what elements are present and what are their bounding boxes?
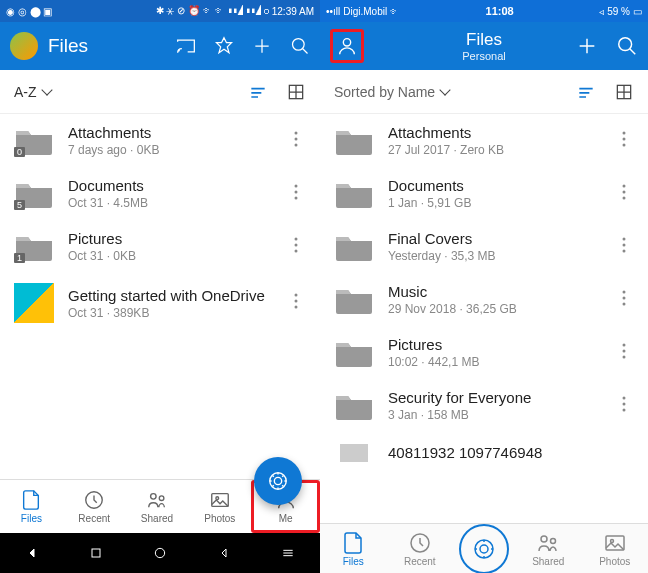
nav-back-icon[interactable] [24,545,40,561]
header-subtitle: Personal [462,50,505,62]
svg-point-18 [159,496,164,501]
nav-home-icon[interactable] [152,545,168,561]
list-item[interactable]: 40811932 1097746948 [320,432,648,462]
svg-point-50 [551,538,556,543]
svg-point-35 [623,249,626,252]
account-button[interactable] [330,29,364,63]
header-title: Files [462,30,505,50]
header-title: Files [48,35,176,57]
sort-dropdown[interactable]: A-Z [14,84,238,100]
tab-files[interactable]: Files [320,531,387,567]
svg-point-7 [295,196,298,199]
svg-point-31 [623,190,626,193]
svg-point-30 [623,184,626,187]
folder-icon [334,390,374,422]
svg-point-36 [623,290,626,293]
svg-point-17 [151,494,157,500]
sort-bar: A-Z [0,70,320,114]
folder-icon [334,178,374,210]
tab-photos[interactable]: Photos [582,531,649,567]
camera-button[interactable] [459,524,509,574]
more-icon[interactable] [614,237,634,257]
grid-view-icon[interactable] [614,82,634,102]
more-icon[interactable] [286,131,306,151]
camera-fab[interactable] [254,457,302,505]
svg-point-32 [623,196,626,199]
more-icon[interactable] [614,184,634,204]
time: 11:08 [486,5,514,17]
list-item[interactable]: Documents1 Jan · 5,91 GB [320,167,648,220]
more-icon[interactable] [286,293,306,313]
tab-recent[interactable]: Recent [63,480,126,533]
sort-dropdown[interactable]: Sorted by Name [334,84,566,100]
svg-point-44 [623,408,626,411]
plus-icon[interactable] [576,35,598,57]
tab-shared[interactable]: Shared [515,531,582,567]
more-icon[interactable] [286,237,306,257]
svg-point-39 [623,343,626,346]
nav-back2-icon[interactable] [216,545,232,561]
svg-rect-45 [340,444,368,462]
svg-point-11 [295,294,298,297]
avatar[interactable] [10,32,38,60]
list-item[interactable]: Final CoversYesterday · 35,3 MB [320,220,648,273]
app-header: Files Personal [320,22,648,70]
tab-recent[interactable]: Recent [387,531,454,567]
nav-recents-icon[interactable] [88,545,104,561]
list-item[interactable]: 0 Attachments7 days ago · 0KB [0,114,320,167]
list-item[interactable]: Getting started with OneDriveOct 31 · 38… [0,273,320,333]
tab-files[interactable]: Files [0,480,63,533]
grid-view-icon[interactable] [286,82,306,102]
more-icon[interactable] [614,131,634,151]
nav-menu-icon[interactable] [280,545,296,561]
cast-icon[interactable] [176,36,196,56]
more-icon[interactable] [614,396,634,416]
more-icon[interactable] [614,290,634,310]
search-icon[interactable] [616,35,638,57]
list-item[interactable]: 1 PicturesOct 31 · 0KB [0,220,320,273]
sort-lines-icon[interactable] [248,82,268,102]
sort-bar: Sorted by Name [320,70,648,114]
svg-point-33 [623,237,626,240]
item-name: Attachments [68,124,272,141]
bottom-tabs: Files Recent Shared Photos [320,523,648,573]
svg-point-9 [295,243,298,246]
list-item[interactable]: Music29 Nov 2018 · 36,25 GB [320,273,648,326]
item-meta: 7 days ago · 0KB [68,143,272,157]
svg-point-5 [295,184,298,187]
more-icon[interactable] [286,184,306,204]
svg-point-40 [623,349,626,352]
svg-point-42 [623,396,626,399]
svg-rect-22 [92,549,100,557]
svg-point-48 [475,540,493,558]
ios-phone: ••ıllDigi.Mobilᯤ 11:08 ◃59 %▭ Files Pers… [320,0,648,573]
folder-icon: 1 [14,231,54,263]
svg-point-34 [623,243,626,246]
svg-point-4 [295,143,298,146]
list-item[interactable]: 5 DocumentsOct 31 · 4.5MB [0,167,320,220]
tab-photos[interactable]: Photos [188,480,251,533]
more-icon[interactable] [614,343,634,363]
svg-point-49 [541,536,547,542]
svg-point-38 [623,302,626,305]
list-item[interactable]: Security for Everyone3 Jan · 158 MB [320,379,648,432]
svg-point-14 [274,477,281,484]
svg-point-29 [623,143,626,146]
premium-icon[interactable] [214,36,234,56]
status-left: ◉ ◎ ⬤ ▣ [6,6,52,17]
sort-lines-icon[interactable] [576,82,596,102]
time: 12:39 AM [272,6,314,17]
folder-icon [334,284,374,316]
chevron-down-icon [440,84,451,95]
svg-point-47 [480,545,488,553]
tab-shared[interactable]: Shared [126,480,189,533]
list-item[interactable]: Attachments27 Jul 2017 · Zero KB [320,114,648,167]
svg-point-6 [295,190,298,193]
list-item[interactable]: Pictures10:02 · 442,1 MB [320,326,648,379]
plus-icon[interactable] [252,36,272,56]
status-right: ✱ ⚹ ⊘ ⏰ ᯤ ᯤ ▮▮◢ ▮▮◢ ▢ 12:39 AM [156,5,315,17]
search-icon[interactable] [290,36,310,56]
chevron-down-icon [41,84,52,95]
svg-point-23 [155,548,164,557]
svg-point-2 [295,131,298,134]
